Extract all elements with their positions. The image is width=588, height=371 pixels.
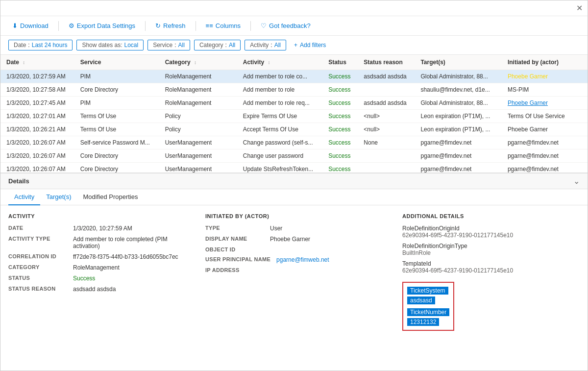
table-cell: Expire Terms Of Use [237, 110, 322, 123]
details-title: Details [8, 177, 29, 185]
collapse-button[interactable]: ⌄ [573, 176, 580, 186]
table-cell [358, 149, 415, 163]
ticket-system-key-chip: TicketSystem [407, 287, 448, 295]
table-cell: Success [322, 136, 358, 149]
export-button[interactable]: ⚙ Export Data Settings [65, 20, 139, 31]
category-filter[interactable]: Category : All [194, 40, 241, 50]
title-bar: ✕ [0, 0, 588, 16]
status-reason-detail-value: asdsadd asdsda [73, 286, 116, 293]
table-cell: pgarne@fimdev.net [415, 149, 502, 163]
initiated-by-col: INITIATED BY (ACTOR) TYPE User DISPLAY N… [205, 213, 383, 331]
col-initiated-by[interactable]: Initiated by (actor) [502, 55, 588, 70]
main-window: ✕ ⬇ Download ⚙ Export Data Settings ↻ Re… [0, 0, 588, 371]
additional-role-definition-origin-id: RoleDefinitionOriginId 62e90394-69f5-423… [402, 225, 580, 239]
separator-2 [145, 21, 146, 31]
display-name-value: Phoebe Garner [270, 236, 310, 243]
table-row[interactable]: 1/3/2020, 10:26:21 AMTerms Of UsePolicyA… [0, 123, 588, 136]
table-cell: Global Administrator, 88... [415, 97, 502, 110]
columns-button[interactable]: ≡≡ Columns [202, 20, 245, 31]
col-status[interactable]: Status [322, 55, 358, 70]
date-label: DATE [8, 225, 67, 232]
detail-upn-row: USER PRINCIPAL NAME pgarne@fimweb.net [205, 256, 383, 263]
col-category[interactable]: Category ↕ [159, 55, 237, 70]
table-cell: pgarne@fimdev.net [415, 163, 502, 173]
table-cell: Self-service Password M... [74, 136, 159, 149]
details-content: ACTIVITY DATE 1/3/2020, 10:27:59 AM ACTI… [0, 205, 588, 339]
col-date[interactable]: Date ↕ [0, 55, 74, 70]
table-row[interactable]: 1/3/2020, 10:27:59 AMPIMRoleManagementAd… [0, 70, 588, 83]
table-cell: Success [322, 163, 358, 173]
table-cell: Global Administrator, 88... [415, 70, 502, 83]
category-value: All [229, 42, 235, 49]
show-dates-filter[interactable]: Show dates as: Local [76, 40, 144, 50]
table-cell [358, 83, 415, 97]
close-button[interactable]: ✕ [576, 3, 583, 13]
status-detail-value: Success [73, 275, 95, 282]
table-cell: Terms Of Use [74, 110, 159, 123]
status-reason-detail-label: STATUS REASON [8, 286, 67, 293]
display-name-label: DISPLAY NAME [205, 236, 264, 243]
date-filter[interactable]: Date : Last 24 hours [8, 40, 73, 50]
table-cell: UserManagement [159, 149, 237, 163]
table-cell: Leon expiration (PT1M), ... [415, 110, 502, 123]
tab-modified-properties[interactable]: Modified Properties [77, 189, 144, 205]
table-row[interactable]: 1/3/2020, 10:26:07 AMSelf-service Passwo… [0, 136, 588, 149]
table-cell: UserManagement [159, 163, 237, 173]
ticket-system-value-chip: asdsasd [407, 297, 435, 304]
table-cell: Add member to role req... [237, 97, 322, 110]
col-activity[interactable]: Activity ↕ [237, 55, 322, 70]
table-cell: 1/3/2020, 10:27:01 AM [0, 110, 74, 123]
tab-activity[interactable]: Activity [8, 189, 40, 205]
separator-4 [250, 21, 251, 31]
table-row[interactable]: 1/3/2020, 10:26:07 AMCore DirectoryUserM… [0, 149, 588, 163]
service-value: All [178, 42, 185, 49]
table-body: 1/3/2020, 10:27:59 AMPIMRoleManagementAd… [0, 70, 588, 173]
col-service[interactable]: Service [74, 55, 159, 70]
feedback-button[interactable]: ♡ Got feedback? [257, 20, 315, 31]
separator-1 [58, 21, 59, 31]
table-cell: Success [322, 83, 358, 97]
table-row[interactable]: 1/3/2020, 10:26:07 AMCore DirectoryUserM… [0, 163, 588, 173]
table-cell: None [358, 136, 415, 149]
tab-targets[interactable]: Target(s) [40, 189, 77, 205]
additional-section-title: ADDITIONAL DETAILS [402, 213, 580, 219]
table-header-row: Date ↕ Service Category ↕ Activity ↕ Sta… [0, 55, 588, 70]
sort-icon-category: ↕ [194, 60, 196, 65]
category-label: Category [199, 42, 223, 49]
col-status-reason[interactable]: Status reason [358, 55, 415, 70]
table-cell: Phoebe Garner [502, 70, 588, 83]
table-cell: asdsadd asdsda [358, 70, 415, 83]
upn-value[interactable]: pgarne@fimweb.net [276, 256, 329, 263]
plus-icon: + [294, 42, 297, 49]
ticket-number-key-chip: TicketNumber [407, 308, 449, 316]
table-row[interactable]: 1/3/2020, 10:27:01 AMTerms Of UsePolicyE… [0, 110, 588, 123]
table-cell: Leon expiration (PT1M), ... [415, 123, 502, 136]
additional-col: ADDITIONAL DETAILS RoleDefinitionOriginI… [402, 213, 580, 331]
audit-log-table-container: Date ↕ Service Category ↕ Activity ↕ Sta… [0, 55, 588, 173]
add-filter-button[interactable]: + Add filters [290, 40, 330, 50]
refresh-button[interactable]: ↻ Refresh [151, 20, 190, 31]
download-icon: ⬇ [12, 22, 18, 29]
col-targets[interactable]: Target(s) [415, 55, 502, 70]
show-dates-value: Local [124, 42, 138, 49]
table-row[interactable]: 1/3/2020, 10:27:58 AMCore DirectoryRoleM… [0, 83, 588, 97]
table-cell: Phoebe Garner [502, 97, 588, 110]
table-cell: shauliu@fimdev.net, d1e... [415, 83, 502, 97]
table-cell: Add member to role [237, 83, 322, 97]
ticket-system-group: TicketSystem asdsasd [407, 287, 449, 304]
activity-label: Activity [250, 42, 269, 49]
type-value: User [270, 225, 282, 232]
table-cell: Success [322, 123, 358, 136]
table-cell: 1/3/2020, 10:26:07 AM [0, 163, 74, 173]
columns-icon: ≡≡ [206, 22, 213, 29]
detail-ip-row: IP ADDRESS [205, 267, 383, 273]
table-cell: Success [322, 110, 358, 123]
activity-filter[interactable]: Activity : All [245, 40, 286, 50]
table-row[interactable]: 1/3/2020, 10:27:45 AMPIMRoleManagementAd… [0, 97, 588, 110]
show-dates-label: Show dates as: [82, 42, 122, 49]
table-cell: Add member to role co... [237, 70, 322, 83]
table-cell: PIM [74, 97, 159, 110]
service-filter[interactable]: Service : All [147, 40, 190, 50]
table-cell: 1/3/2020, 10:26:07 AM [0, 136, 74, 149]
download-button[interactable]: ⬇ Download [8, 20, 52, 31]
